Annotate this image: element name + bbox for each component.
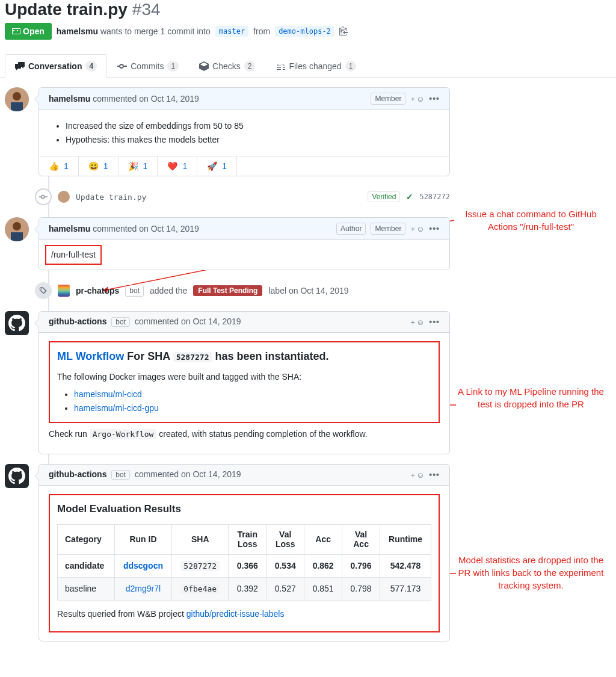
member-badge: Member <box>371 93 405 105</box>
reaction-laugh[interactable]: 😀1 <box>79 156 119 176</box>
member-badge: Member <box>371 223 405 235</box>
comment-menu-icon[interactable]: ••• <box>429 470 440 480</box>
avatar-github-actions[interactable] <box>5 311 29 335</box>
check-run-text: Check run Argo-Workflow created, with st… <box>49 428 440 441</box>
pr-number: #34 <box>132 0 161 19</box>
base-branch[interactable]: master <box>215 26 248 37</box>
tab-checks[interactable]: Checks2 <box>189 54 265 78</box>
annotation-2: A Link to my ML Pipeline running the tes… <box>457 385 605 410</box>
annotation-1: Issue a chat command to GitHub Actions "… <box>457 208 605 233</box>
ml-workflow-link[interactable]: ML Workflow <box>57 350 124 362</box>
reaction-rocket[interactable]: 🚀1 <box>197 156 237 176</box>
docker-image-link[interactable]: hamelsmu/ml-cicd-gpu <box>74 403 159 413</box>
comment-3: github-actions bot commented on Oct 14, … <box>38 311 450 454</box>
avatar-hamelsmu[interactable] <box>5 87 29 111</box>
check-icon[interactable]: ✓ <box>406 192 413 202</box>
avatar-hamelsmu[interactable] <box>5 217 29 241</box>
commit-icon <box>35 188 52 205</box>
model-eval-box: Model Evaluation Results CategoryRun IDS… <box>49 494 440 632</box>
add-reaction-icon[interactable]: +☺ <box>410 318 424 327</box>
copy-icon[interactable] <box>339 26 348 37</box>
add-reaction-icon[interactable]: +☺ <box>410 94 424 104</box>
wandb-project-link[interactable]: github/predict-issue-labels <box>186 609 285 619</box>
pr-tabs: Conversation4 Commits1 Checks2 Files cha… <box>0 54 616 78</box>
results-title: Model Evaluation Results <box>57 501 431 517</box>
comment-4: github-actions bot commented on Oct 14, … <box>38 464 450 641</box>
tag-icon <box>35 282 52 299</box>
comment-bullet: Hypothesis: this makes the models better <box>66 134 440 146</box>
author-badge: Author <box>336 223 366 235</box>
docker-text: The following Docker images were built a… <box>57 371 431 383</box>
commit-item: Update train.py Verified ✓ 5287272 <box>5 186 450 208</box>
add-reaction-icon[interactable]: +☺ <box>410 471 424 480</box>
results-footer: Results queried from W&B project github/… <box>57 608 431 620</box>
label-event: pr-chatops bot added the Full Test Pendi… <box>5 280 450 301</box>
comment-menu-icon[interactable]: ••• <box>429 94 440 104</box>
comment-author[interactable]: hamelsmu <box>49 94 90 104</box>
bot-avatar[interactable] <box>58 285 70 297</box>
run-id-link[interactable]: d2mg9r7l <box>126 584 161 593</box>
pr-title: Update train.py <box>5 0 128 19</box>
svg-point-1 <box>13 92 21 100</box>
svg-point-4 <box>13 222 21 230</box>
head-branch[interactable]: demo-mlops-2 <box>275 26 334 37</box>
reaction-hooray[interactable]: 🎉1 <box>119 156 158 176</box>
tab-files[interactable]: Files changed1 <box>265 54 366 78</box>
verified-badge[interactable]: Verified <box>368 191 400 202</box>
commit-sha[interactable]: 5287272 <box>419 193 450 201</box>
run-full-test-command: /run-full-test <box>45 245 102 265</box>
bot-badge: bot <box>111 470 130 480</box>
from-text: from <box>253 26 270 36</box>
annotation-3: Model statistics are dropped into the PR… <box>457 554 605 592</box>
reaction-heart[interactable]: ❤️1 <box>158 156 197 176</box>
results-table: CategoryRun IDSHA TrainLossValLoss AccVa… <box>57 524 431 601</box>
ml-workflow-box: ML Workflow For SHA 5287272 has been ins… <box>49 341 440 423</box>
svg-rect-2 <box>11 102 23 111</box>
label-actor[interactable]: pr-chatops <box>76 286 119 295</box>
tab-commits[interactable]: Commits1 <box>107 54 189 78</box>
table-row: baseline d2mg9r7l 0fbe4ae 0.392 0.527 0.… <box>58 578 431 601</box>
comment-author[interactable]: github-actions <box>49 317 106 326</box>
comment-bullet: Increased the size of embeddings from 50… <box>66 120 440 132</box>
bot-badge: bot <box>125 285 144 297</box>
commit-message[interactable]: Update train.py <box>76 193 146 202</box>
svg-rect-5 <box>11 232 23 241</box>
pr-merge-text: hamelsmu wants to merge 1 commit into <box>57 26 211 36</box>
comment-menu-icon[interactable]: ••• <box>429 224 440 233</box>
commit-avatar[interactable] <box>58 191 70 203</box>
comment-author[interactable]: hamelsmu <box>49 224 90 233</box>
docker-image-link[interactable]: hamelsmu/ml-cicd <box>74 389 142 399</box>
reactions-bar: 👍1 😀1 🎉1 ❤️1 🚀1 <box>39 156 449 176</box>
pr-state-badge: Open <box>5 23 52 40</box>
tab-conversation[interactable]: Conversation4 <box>5 54 107 78</box>
label-chip[interactable]: Full Test Pending <box>193 285 262 296</box>
comment-1: hamelsmu commented on Oct 14, 2019 Membe… <box>38 87 450 176</box>
run-id-link[interactable]: ddscgocn <box>123 561 163 570</box>
avatar-github-actions[interactable] <box>5 464 29 488</box>
add-reaction-icon[interactable]: +☺ <box>410 224 424 233</box>
comment-2: hamelsmu commented on Oct 14, 2019 Autho… <box>38 217 450 270</box>
reaction-thumbsup[interactable]: 👍1 <box>39 156 79 176</box>
workflow-sha: 5287272 <box>173 352 212 362</box>
comment-author[interactable]: github-actions <box>49 469 106 479</box>
comment-menu-icon[interactable]: ••• <box>429 317 440 327</box>
table-row: candidate ddscgocn 5287272 0.366 0.534 0… <box>58 555 431 578</box>
bot-badge: bot <box>111 317 130 327</box>
